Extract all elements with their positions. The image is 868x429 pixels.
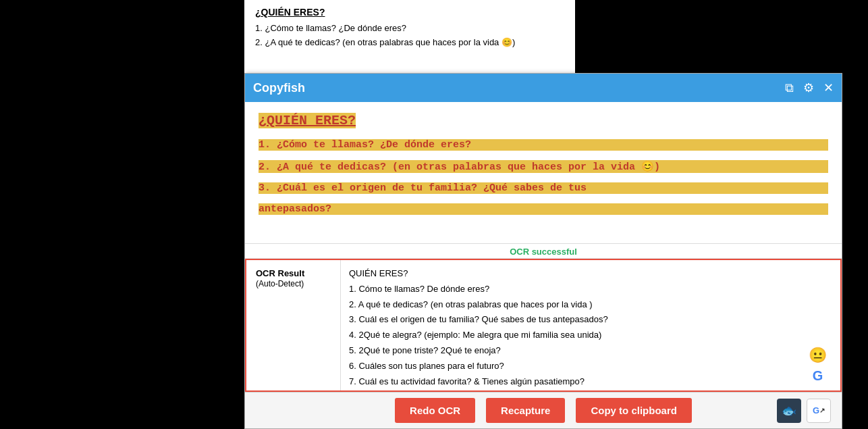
copyfish-popup: Copyfish ⧉ ⚙ ✕ ¿QUIÉN ERES? 1. ¿Cómo te … — [244, 73, 842, 429]
google-translate-button[interactable]: G ↗ — [807, 399, 831, 423]
bottom-right-icons: 🐟 G ↗ — [777, 399, 831, 423]
ocr-line: QUIÉN ERES? — [349, 267, 832, 281]
preview-item-3-cont: antepasados? — [259, 203, 828, 215]
popup-header-icons: ⧉ ⚙ ✕ — [785, 80, 834, 95]
popup-title: Copyfish — [253, 81, 305, 95]
ocr-line: 2. A qué te dedicas? (en otras palabras … — [349, 298, 832, 312]
bottom-toolbar: Redo OCR Recapture Copy to clipboard 🐟 G… — [245, 392, 842, 428]
fish-icon: 🐟 — [782, 403, 796, 418]
translate-icon-arrow: ↗ — [819, 407, 825, 414]
preview-title: ¿QUIÉN ERES? — [259, 113, 356, 128]
external-link-icon[interactable]: ⧉ — [785, 81, 794, 95]
ocr-line: 3. Cuál es el origen de tu familia? Qué … — [349, 313, 832, 327]
ocr-line: 6. Cuáles son tus planes para el futuro? — [349, 359, 832, 374]
ocr-result-area: OCR Result (Auto-Detect) QUIÉN ERES?1. C… — [245, 259, 842, 392]
settings-icon[interactable]: ⚙ — [803, 80, 814, 95]
copyfish-icon-button[interactable]: 🐟 — [777, 399, 801, 423]
preview-item-3: 3. ¿Cuál es el origen de tu familia? ¿Qu… — [259, 182, 828, 194]
popup-header: Copyfish ⧉ ⚙ ✕ — [245, 74, 842, 102]
redo-ocr-button[interactable]: Redo OCR — [395, 398, 475, 423]
doc-item-1: 1. ¿Cómo te llamas? ¿De dónde eres? — [255, 23, 564, 33]
doc-title: ¿QUIÉN ERES? — [255, 7, 564, 18]
ocr-line: 5. 2Qué te pone triste? 2Qué te enoja? — [349, 344, 832, 358]
ocr-result-text[interactable]: QUIÉN ERES?1. Cómo te llamas? De dónde e… — [341, 260, 840, 390]
ocr-success-bar: OCR successful — [245, 244, 842, 259]
ocr-line: 1. Cómo te llamas? De dónde eres? — [349, 282, 832, 297]
preview-item-2: 2. ¿A qué te dedicas? (en otras palabras… — [259, 160, 828, 173]
ocr-success-text: OCR successful — [510, 247, 577, 257]
ocr-line: 7. Cuál es tu actividad favorita? & Tien… — [349, 375, 832, 389]
google-translate-icon-label: G — [813, 405, 819, 415]
doc-item-2: 2. ¿A qué te dedicas? (en otras palabras… — [255, 37, 564, 47]
recapture-button[interactable]: Recapture — [486, 398, 565, 423]
close-icon[interactable]: ✕ — [823, 80, 834, 95]
ocr-result-label: OCR Result (Auto-Detect) — [246, 260, 341, 390]
neutral-emoji-icon[interactable]: 😐 — [809, 347, 827, 364]
preview-item-1: 1. ¿Cómo te llamas? ¿De dónde eres? — [259, 139, 828, 151]
side-icons: 😐 G — [809, 347, 827, 384]
ocr-auto-detect-label: (Auto-Detect) — [256, 279, 304, 288]
document-background: ¿QUIÉN ERES? 1. ¿Cómo te llamas? ¿De dón… — [244, 0, 575, 73]
google-g-icon[interactable]: G — [813, 368, 823, 384]
preview-area: ¿QUIÉN ERES? 1. ¿Cómo te llamas? ¿De dón… — [245, 102, 842, 244]
ocr-line: 4. 2Qué te alegra? (ejemplo: Me alegra q… — [349, 328, 832, 343]
copy-to-clipboard-button[interactable]: Copy to clipboard — [576, 398, 692, 423]
